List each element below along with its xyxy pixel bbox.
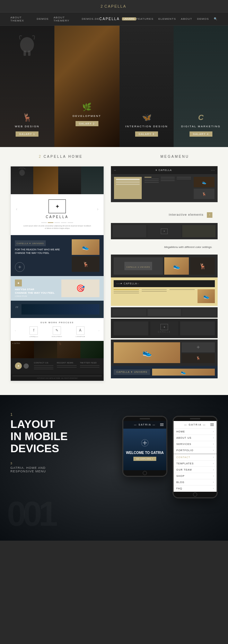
process-item-3: A LOREMIPSUM <box>76 326 85 337</box>
hamburger-icon[interactable] <box>160 423 164 426</box>
preview-dark-left: CAPELLA ✦ UNIVERS FOR THE REASON THAT WH… <box>15 239 69 272</box>
circle-badge <box>15 262 25 272</box>
process-label-3: LOREMIPSUM <box>76 336 85 337</box>
menu-item-portfolio[interactable]: PORTFOLIO › <box>174 447 217 454</box>
chevron-team: › <box>213 469 214 471</box>
nav-right-3[interactable]: ABOUT <box>181 17 192 20</box>
center-logo-block: ✦ CAPELLA <box>150 321 178 335</box>
shoe-main: 👟 <box>114 342 180 363</box>
products-showcase: CAPELLA ✦ UNIVERS 👟 🦌 <box>111 255 218 277</box>
mm-yellow-line-1 <box>114 289 139 290</box>
ham2-line-3 <box>210 426 214 426</box>
gallery-btn-2[interactable]: GALARY 2 <box>76 121 98 126</box>
footer-line-2 <box>34 367 53 368</box>
preview-dark-section: CAPELLA ✦ UNIVERS FOR THE REASON THAT WH… <box>11 235 104 276</box>
hamburger-icon-2[interactable] <box>210 423 214 426</box>
process-next[interactable]: › <box>98 329 99 332</box>
mm-yellow-col-1 <box>114 289 139 303</box>
hero-title-1: WEB DESIGN <box>15 125 40 128</box>
phone-bottom-1 <box>123 470 166 476</box>
menu-item-blog[interactable]: BLOG › <box>174 479 217 486</box>
mm-thumb-1: 👟 <box>194 177 214 187</box>
nav-right-4[interactable]: DEMOS <box>197 17 209 20</box>
footer-title-3: TWITTER FEED <box>80 362 99 364</box>
process-icon-2: ✎ <box>53 326 61 335</box>
footer-line <box>34 365 53 366</box>
process-prev[interactable]: ‹ <box>15 329 16 332</box>
product-antler: 🦌 <box>190 257 215 275</box>
phone-home-btn-1[interactable] <box>143 471 147 475</box>
footer-col-3: TWITTER FEED <box>80 362 99 370</box>
menu-item-team[interactable]: OUR TEAM › <box>174 467 217 473</box>
menu-item-templates[interactable]: TEMPLATES › <box>174 461 217 467</box>
mm-nav-right: • • • <box>211 169 214 171</box>
chevron-portfolio: › <box>213 449 214 452</box>
nav-item-1[interactable]: ABOUT THEMEX <box>10 16 32 22</box>
phone-nav-title-1: — SATRIA — <box>134 423 156 426</box>
port-item-1: ✦ SATRIA <box>11 341 34 358</box>
phone-hero-content: WELCOME TO GATRIA GO EXPLORE > <box>123 429 166 470</box>
nav-left: ABOUT THEMEX DEMOS ABOUT THEMERY DEMOS.D… <box>10 16 99 22</box>
nav-item-2[interactable]: DEMOS <box>37 17 49 20</box>
nav-right-1[interactable]: FEATURES <box>136 17 154 20</box>
gallery-btn-4[interactable]: GALARY 4 <box>190 131 212 137</box>
nav-center: CAPELLA UNIVERS <box>99 17 136 21</box>
chevron-templates: › <box>213 462 214 465</box>
preview-nav-dots <box>41 222 73 223</box>
chevron-faq: › <box>213 487 214 490</box>
preview-description: Lorem ipsum dolor sit amet consectetur a… <box>23 225 92 230</box>
prev-arrow[interactable]: ‹ <box>16 207 17 212</box>
search-icon[interactable]: 🔍 <box>214 17 218 20</box>
preview-logo-section: ‹ ✦ CAPELLA › Lorem ipsum <box>11 194 104 235</box>
preview-footer: ✦ CONTACT US RECENT NEWS TWITTER FEED <box>11 358 104 374</box>
mm-nav-dot-1: ••• <box>114 169 116 171</box>
process-label-1: LOREMipsum <box>29 336 38 337</box>
hero-panel-4: C DIGITAL MARKETING GALARY 4 <box>174 26 228 147</box>
preview-panel-2 <box>33 166 58 194</box>
hero-panel-3: 🦋 INTERACTION DESIGN GALARY 3 <box>120 26 174 147</box>
menu-label-shop: SHOP <box>176 475 185 477</box>
univers-badge: CAPELLA ✦ UNIVERS <box>15 240 46 246</box>
nav-item-4[interactable]: DEMOS.DE <box>82 17 99 20</box>
chevron-about: › <box>213 437 214 439</box>
phone-hero-btn[interactable]: GO EXPLORE > <box>133 457 156 461</box>
preview-light-left: ✦ HAYYSA STARCHANGE THE WAY YOU FEEL LOR… <box>15 280 59 297</box>
hero-panel-1: 🦌 WEB DESIGN GALARY 1 <box>0 26 54 147</box>
mm-highlight <box>114 177 142 199</box>
port-item-2 <box>34 341 57 358</box>
nav-right-2[interactable]: ELEMENTS <box>158 17 176 20</box>
menu-item-faq[interactable]: FAQ › <box>174 486 217 492</box>
mobile-layout-num: 1 <box>10 412 112 417</box>
phone-menu-screen: — GATRIA — HOME › ABOUT US › <box>174 421 217 492</box>
nav-item-3[interactable]: ABOUT THEMERY <box>53 16 77 22</box>
mobile-heading: LAYOUT IN MOBILE DEVICES <box>10 418 112 455</box>
website-preview: ‹ ✦ CAPELLA › Lorem ipsum <box>10 166 104 381</box>
gallery-btn-1[interactable]: GALARY 1 <box>16 131 38 137</box>
port-item-4 <box>80 341 104 358</box>
nav-bar: ABOUT THEMEX DEMOS ABOUT THEMERY DEMOS.D… <box>0 12 228 26</box>
brand-logo: 2CAPELLA <box>100 4 128 8</box>
menu-item-services[interactable]: SERVICES › <box>174 441 217 447</box>
nav-right: FEATURES ELEMENTS ABOUT DEMOS 🔍 <box>136 17 218 20</box>
megamenu-preview-1: ••• ✦ CAPELLA • • • <box>111 166 218 202</box>
preview-brand: CAPELLA <box>46 215 69 219</box>
phone-hero-title: WELCOME TO GATRIA <box>126 451 164 455</box>
light-sub: LOREM IPSUM <box>15 295 59 297</box>
light-title: HAYYSA STARCHANGE THE WAY YOU FEEL <box>15 288 59 295</box>
mm-nav-items: ••• <box>114 169 116 171</box>
mm-yellow-col-2 <box>142 289 167 303</box>
phone-menu: — GATRIA — HOME › ABOUT US › <box>173 416 218 498</box>
mm-col-1 <box>144 177 159 199</box>
menu-item-about[interactable]: ABOUT US › <box>174 435 217 441</box>
mm-col-2 <box>161 177 175 199</box>
yellow-logo: ✦ <box>15 280 22 286</box>
next-arrow[interactable]: › <box>97 207 98 212</box>
dot-5 <box>68 222 73 223</box>
menu-item-home[interactable]: HOME › <box>174 429 217 435</box>
mm-col1-line4 <box>144 182 159 183</box>
gallery-btn-3[interactable]: GALARY 3 <box>135 131 158 137</box>
menu-item-shop[interactable]: SHOP › <box>174 473 217 479</box>
mm-yellow-line-6 <box>169 289 195 290</box>
menu-item-contact[interactable]: CONTACT › <box>174 454 217 461</box>
phone-home-btn-2[interactable] <box>193 492 197 497</box>
